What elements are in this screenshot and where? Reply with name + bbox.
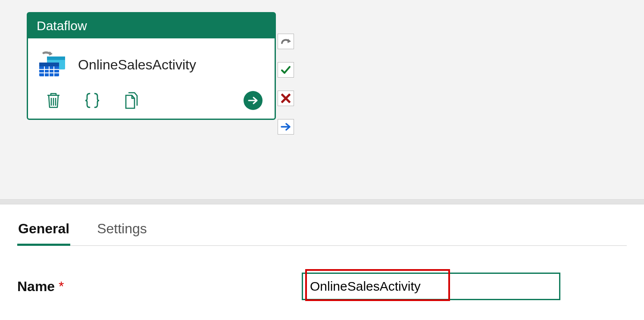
failure-handle-icon[interactable] (278, 91, 294, 106)
activity-card-dataflow[interactable]: Dataflow OnlineSalesActivity (27, 12, 276, 120)
name-input-wrap (302, 273, 560, 300)
required-indicator: * (59, 279, 64, 294)
svg-rect-4 (39, 63, 59, 66)
next-arrow-button[interactable] (244, 91, 263, 110)
completion-handle-icon[interactable] (278, 119, 294, 135)
activity-type-label: Dataflow (28, 13, 275, 38)
code-braces-icon[interactable] (83, 91, 101, 110)
activity-output-handles (278, 34, 294, 135)
svg-rect-2 (47, 56, 65, 60)
dataflow-icon (38, 50, 69, 79)
activity-toolbar (28, 83, 275, 119)
name-label-text: Name (17, 279, 55, 294)
properties-panel: General Settings Name * (0, 204, 644, 320)
tab-settings[interactable]: Settings (96, 216, 148, 245)
activity-body: OnlineSalesActivity (28, 38, 275, 83)
pipeline-canvas[interactable]: Dataflow OnlineSalesActivity (0, 0, 644, 199)
tab-general[interactable]: General (17, 216, 70, 245)
tabs: General Settings (17, 216, 627, 246)
panel-separator[interactable] (0, 199, 644, 204)
name-label: Name * (17, 279, 302, 295)
name-input[interactable] (302, 273, 560, 300)
copy-icon[interactable] (122, 91, 140, 110)
redo-handle-icon[interactable] (278, 34, 294, 49)
svg-marker-14 (288, 39, 291, 43)
svg-marker-0 (49, 51, 53, 56)
form-row-name: Name * (17, 273, 627, 300)
activity-name: OnlineSalesActivity (78, 57, 196, 73)
delete-icon[interactable] (44, 91, 63, 110)
success-handle-icon[interactable] (278, 62, 294, 78)
